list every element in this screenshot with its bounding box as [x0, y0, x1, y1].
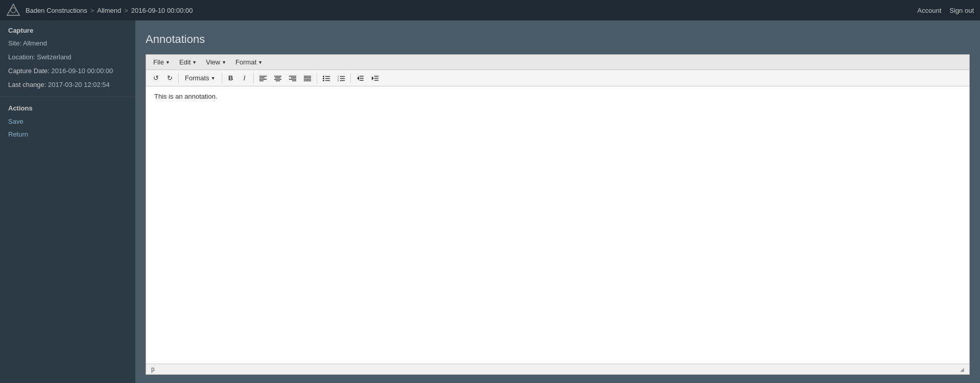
outdent-icon — [356, 75, 364, 81]
logo-icon — [6, 3, 20, 17]
num-list-icon: 1. 2. 3. — [338, 75, 345, 81]
formats-arrow: ▼ — [211, 76, 216, 81]
sidebar-return-link[interactable]: Return — [0, 128, 135, 141]
breadcrumb-sep-1: > — [90, 7, 94, 14]
svg-point-20 — [323, 78, 324, 79]
italic-icon: I — [244, 74, 246, 82]
align-left-button[interactable] — [256, 73, 270, 83]
indent-button[interactable] — [368, 73, 382, 83]
svg-point-18 — [323, 76, 324, 77]
view-menu-arrow: ▼ — [222, 60, 226, 65]
annotation-text[interactable]: This is an annotation. — [154, 93, 961, 100]
sidebar-save-link[interactable]: Save — [0, 115, 135, 128]
sidebar-capture-header: Capture — [0, 20, 135, 36]
breadcrumb-sep-2: > — [124, 7, 128, 14]
sidebar: Capture Site: Allmend Location: Switzerl… — [0, 20, 135, 383]
bullet-list-button[interactable] — [319, 73, 333, 83]
toolbar-sep-4 — [317, 73, 317, 83]
sidebar-last-change-val: 2017-03-20 12:02:54 — [48, 81, 110, 88]
outdent-button[interactable] — [353, 73, 367, 83]
svg-marker-0 — [7, 4, 19, 15]
svg-point-22 — [323, 80, 324, 81]
breadcrumb: Baden Constructions > Allmend > 2016-09-… — [26, 7, 193, 14]
align-left-icon — [259, 75, 267, 81]
format-menu[interactable]: Format ▼ — [231, 57, 267, 67]
content-area: Annotations File ▼ Edit ▼ View ▼ Format — [135, 20, 980, 383]
svg-text:3.: 3. — [338, 79, 339, 81]
svg-point-1 — [11, 8, 16, 13]
element-indicator: p — [151, 366, 155, 373]
format-menu-label: Format — [235, 58, 256, 66]
resize-handle-icon[interactable]: ◢ — [960, 367, 964, 372]
align-justify-button[interactable] — [300, 73, 315, 83]
italic-button[interactable]: I — [238, 72, 251, 84]
sidebar-actions-header: Actions — [0, 97, 135, 115]
file-menu-arrow: ▼ — [165, 60, 170, 65]
svg-marker-30 — [357, 76, 359, 80]
top-nav: Baden Constructions > Allmend > 2016-09-… — [0, 0, 980, 20]
formats-dropdown[interactable]: Formats ▼ — [181, 73, 220, 83]
sidebar-location: Location: Switzerland — [0, 50, 135, 64]
align-justify-icon — [304, 75, 311, 81]
indent-icon — [371, 75, 378, 81]
align-center-button[interactable] — [271, 73, 285, 83]
breadcrumb-item-1[interactable]: Baden Constructions — [26, 7, 87, 14]
sidebar-site: Site: Allmend — [0, 36, 135, 50]
editor-toolbar: ↺ ↻ Formats ▼ B I — [146, 70, 969, 86]
toolbar-sep-5 — [350, 73, 351, 83]
sidebar-last-change: Last change: 2017-03-20 12:02:54 — [0, 78, 135, 92]
editor-container: File ▼ Edit ▼ View ▼ Format ▼ ↺ — [146, 54, 970, 375]
signout-link[interactable]: Sign out — [949, 7, 974, 14]
bold-button[interactable]: B — [224, 72, 237, 84]
page-title: Annotations — [146, 33, 970, 46]
edit-menu-label: Edit — [179, 58, 190, 66]
edit-menu-arrow: ▼ — [192, 60, 197, 65]
breadcrumb-item-3: 2016-09-10 00:00:00 — [131, 7, 193, 14]
view-menu[interactable]: View ▼ — [202, 57, 230, 67]
format-menu-arrow: ▼ — [258, 60, 262, 65]
svg-marker-34 — [372, 76, 374, 80]
main-container: Capture Site: Allmend Location: Switzerl… — [0, 20, 980, 383]
sidebar-capture-date-label: Capture Date: — [8, 67, 50, 75]
toolbar-sep-2 — [222, 73, 222, 83]
align-center-icon — [274, 75, 281, 81]
redo-button[interactable]: ↻ — [163, 72, 176, 84]
editor-statusbar: p ◢ — [146, 364, 969, 374]
file-menu[interactable]: File ▼ — [149, 57, 174, 67]
editor-menubar: File ▼ Edit ▼ View ▼ Format ▼ — [146, 55, 969, 70]
sidebar-capture-date-val: 2016-09-10 00:00:00 — [52, 67, 113, 75]
edit-menu[interactable]: Edit ▼ — [175, 57, 201, 67]
bold-icon: B — [228, 74, 233, 82]
toolbar-sep-3 — [253, 73, 254, 83]
sidebar-last-change-label: Last change: — [8, 81, 46, 88]
editor-body[interactable]: This is an annotation. — [146, 86, 969, 364]
align-right-icon — [289, 75, 296, 81]
view-menu-label: View — [206, 58, 220, 66]
undo-button[interactable]: ↺ — [149, 72, 162, 84]
breadcrumb-item-2[interactable]: Allmend — [97, 7, 121, 14]
formats-label: Formats — [185, 74, 209, 82]
sidebar-capture-date: Capture Date: 2016-09-10 00:00:00 — [0, 64, 135, 78]
num-list-button[interactable]: 1. 2. 3. — [334, 73, 348, 83]
nav-right: Account Sign out — [917, 7, 974, 14]
align-right-button[interactable] — [285, 73, 300, 83]
toolbar-sep-1 — [178, 73, 179, 83]
file-menu-label: File — [153, 58, 164, 66]
bullet-list-icon — [323, 75, 330, 81]
account-link[interactable]: Account — [917, 7, 941, 14]
